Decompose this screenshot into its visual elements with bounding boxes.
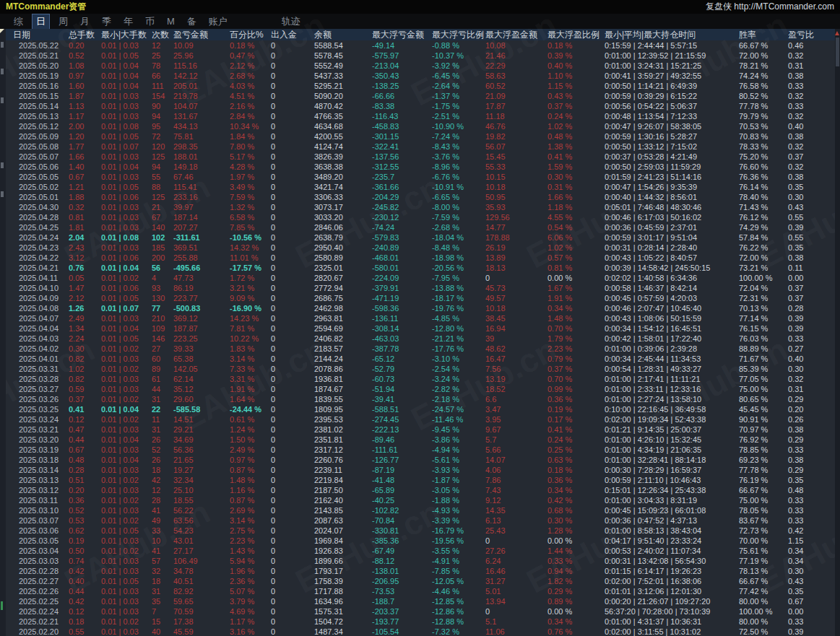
max-float-profit: 10.08	[485, 40, 547, 51]
tab-周[interactable]: 周	[55, 14, 72, 29]
table-row[interactable]: 2025.03.280.820.01 | 0.036162.143.31 %01…	[0, 374, 835, 384]
table-row[interactable]: 2025.03.120.200.01 | 0.031225.101.16 %02…	[0, 485, 835, 495]
table-row[interactable]: 2025.05.141.130.01 | 0.0390104.072.16 %0…	[0, 101, 835, 111]
table-row[interactable]: 2025.05.161.600.01 | 0.04111205.014.03 %…	[0, 81, 835, 91]
date: 2025.03.04	[6, 546, 69, 556]
table-row[interactable]: 2025.05.122.000.01 | 0.0895434.1310.34 %…	[0, 121, 835, 131]
brand-link[interactable]: 复盘侠 http://MTCommander.com	[706, 1, 834, 13]
table-row[interactable]: 2025.03.260.370.01 | 0.023129.601.64 %01…	[0, 394, 835, 404]
table-row[interactable]: 2025.03.110.360.01 | 0.022818.550.87 %02…	[0, 495, 835, 505]
table-row[interactable]: 2025.03.100.520.01 | 0.034156.222.69 %02…	[0, 505, 835, 515]
tab-账户[interactable]: 账户	[205, 14, 231, 29]
table-row[interactable]: 2025.05.151.870.01 | 0.03154219.784.51 %…	[0, 91, 835, 101]
table-row[interactable]: 2025.03.250.410.01 | 0.0422-585.58-24.44…	[0, 404, 835, 414]
table-row[interactable]: 2025.04.020.300.01 | 0.022739.331.83 %02…	[0, 344, 835, 354]
pnl-amount: 233.16	[173, 192, 230, 202]
column-header[interactable]: 总手数	[69, 29, 101, 40]
table-row[interactable]: 2025.03.180.480.01 | 0.042621.650.97 %02…	[0, 455, 835, 465]
table-row[interactable]: 2025.03.040.500.01 | 0.024127.171.43 %01…	[0, 546, 835, 556]
table-row[interactable]: 2025.02.280.420.01 | 0.033234.781.96 %01…	[0, 566, 835, 576]
pnl-amount: 29.60	[173, 394, 230, 404]
table-row[interactable]: 2025.04.280.810.01 | 0.0367187.146.58 %0…	[0, 212, 835, 222]
table-row[interactable]: 2025.03.130.510.01 | 0.024232.341.48 %02…	[0, 475, 835, 485]
table-row[interactable]: 2025.02.210.180.01 | 0.021517.381.17 %01…	[0, 617, 835, 627]
table-row[interactable]: 2025.05.201.080.01 | 0.0478115.162.12 %0…	[0, 61, 835, 71]
table-row[interactable]: 2025.03.311.020.01 | 0.0289142.057.33 %0…	[0, 364, 835, 374]
scroll-up-arrow-icon[interactable]	[835, 31, 839, 35]
tab-轨迹[interactable]: 轨迹	[278, 14, 304, 29]
table-row[interactable]: 2025.05.071.660.01 | 0.03125188.015.17 %…	[0, 152, 835, 162]
tab-M[interactable]: M	[163, 15, 178, 27]
table-row[interactable]: 2025.04.251.810.01 | 0.03140207.277.85 %…	[0, 222, 835, 232]
tab-季[interactable]: 季	[98, 14, 115, 29]
column-header[interactable]: 盈亏比	[788, 29, 835, 40]
column-header[interactable]: 余额	[314, 29, 372, 40]
column-header[interactable]: 最大浮盈金额	[485, 29, 547, 40]
table-row[interactable]: 2025.04.101.470.01 | 0.069386.193.21 %02…	[0, 283, 835, 293]
table-row[interactable]: 2025.02.260.440.01 | 0.033182.925.07 %01…	[0, 586, 835, 596]
table-row[interactable]: 2025.03.060.620.01 | 0.053354.232.75 %02…	[0, 526, 835, 536]
column-header[interactable]: 最大浮亏金额	[372, 29, 432, 40]
table-row[interactable]: 2025.03.070.530.01 | 0.024963.563.14 %02…	[0, 515, 835, 526]
table-row[interactable]: 2025.05.021.210.01 | 0.0588115.413.49 %0…	[0, 182, 835, 192]
table-row[interactable]: 2025.04.232.430.01 | 0.03185369.5114.32 …	[0, 243, 835, 253]
table-row[interactable]: 2025.03.190.670.01 | 0.035256.362.49 %02…	[0, 445, 835, 455]
table-row[interactable]: 2025.04.092.120.01 | 0.05130223.779.09 %…	[0, 293, 835, 303]
table-row[interactable]: 2025.04.223.120.01 | 0.06200255.8811.01 …	[0, 253, 835, 263]
table-row[interactable]: 2025.05.210.520.01 | 0.052525.960.47 %05…	[0, 51, 835, 61]
column-header[interactable]: 最大浮亏比例	[432, 29, 485, 40]
table-row[interactable]: 2025.04.010.820.01 | 0.036065.383.14 %02…	[0, 354, 835, 364]
table-row[interactable]: 2025.04.032.240.01 | 0.05146223.2510.22 …	[0, 334, 835, 344]
table-row[interactable]: 2025.05.081.770.01 | 0.07120298.357.80 %…	[0, 141, 835, 152]
table-row[interactable]: 2025.05.220.200.01 | 0.031210.090.18 %05…	[0, 40, 835, 51]
column-header[interactable]: 日期	[6, 29, 69, 40]
table-row[interactable]: 2025.02.240.120.01 | 0.03770.594.69 %015…	[0, 606, 835, 617]
max-float-profit-pct: 1.18 %	[547, 202, 605, 212]
tab-综[interactable]: 综	[10, 14, 27, 29]
column-header[interactable]: 次数	[152, 29, 173, 40]
table-row[interactable]: 2025.03.200.440.01 | 0.042634.691.50 %02…	[0, 435, 835, 445]
column-header[interactable]: 出入金	[271, 29, 314, 40]
table-row[interactable]: 2025.04.081.260.01 | 0.0777-500.83-16.90…	[0, 303, 835, 313]
scrollbar-thumb[interactable]	[836, 38, 839, 66]
tab-日[interactable]: 日	[32, 14, 50, 30]
vertical-scrollbar[interactable]	[835, 29, 840, 636]
table-row[interactable]: 2025.02.250.420.01 | 0.033559.653.79 %01…	[0, 596, 835, 606]
table-row[interactable]: 2025.04.072.490.01 | 0.03210369.1214.23 …	[0, 313, 835, 323]
table-row[interactable]: 2025.05.061.400.01 | 0.0494149.184.28 %0…	[0, 162, 835, 172]
table-row[interactable]: 2025.03.030.740.01 | 0.0357106.495.94 %0…	[0, 556, 835, 566]
table-row[interactable]: 2025.05.190.970.01 | 0.0466142.122.68 %0…	[0, 71, 835, 81]
table-row[interactable]: 2025.04.242.040.01 | 0.08102-311.61-10.5…	[0, 232, 835, 243]
total-lots: 0.52	[69, 51, 101, 61]
deposit-withdrawal: 0	[271, 617, 314, 627]
table-row[interactable]: 2025.03.140.280.01 | 0.031819.270.87 %02…	[0, 465, 835, 475]
column-header[interactable]: 最大浮盈比例	[547, 29, 605, 40]
table-row[interactable]: 2025.04.210.760.01 | 0.0456-495.66-17.57…	[0, 263, 835, 273]
tab-币[interactable]: 币	[142, 14, 158, 29]
table-row[interactable]: 2025.05.050.670.01 | 0.035567.461.97 %03…	[0, 172, 835, 182]
table-row[interactable]: 2025.02.270.400.01 | 0.051840.512.36 %01…	[0, 576, 835, 586]
pnl-percent: 14.32 %	[230, 243, 271, 253]
table-row[interactable]: 2025.04.110.050.01 | 0.02447.731.72 %028…	[0, 273, 835, 283]
column-header[interactable]: 最小|平均|最大持仓时间	[605, 29, 739, 40]
table-row[interactable]: 2025.03.270.590.01 | 0.034435.121.91 %01…	[0, 384, 835, 394]
column-header[interactable]: 百分比%	[230, 29, 271, 40]
table-row[interactable]: 2025.03.050.190.01 | 0.031043.012.23 %01…	[0, 536, 835, 546]
tab-备[interactable]: 备	[183, 14, 200, 29]
max-float-loss: -49.14	[372, 40, 432, 51]
table-row[interactable]: 2025.05.131.170.01 | 0.0394131.672.84 %0…	[0, 111, 835, 121]
tab-月[interactable]: 月	[77, 14, 93, 29]
table-row[interactable]: 2025.03.240.120.01 | 0.021114.510.61 %02…	[0, 414, 835, 424]
column-header[interactable]: 盈亏金额	[173, 29, 230, 40]
table-row[interactable]: 2025.02.200.550.01 | 0.034045.593.16 %01…	[0, 627, 835, 636]
tab-年[interactable]: 年	[120, 14, 137, 29]
column-header[interactable]: 胜率	[739, 29, 788, 40]
column-header[interactable]: 最小|大手数	[101, 29, 152, 40]
pnl-percent: 1.64 %	[230, 394, 271, 404]
table-row[interactable]: 2025.05.011.880.01 | 0.06125233.167.59 %…	[0, 192, 835, 202]
table-row[interactable]: 2025.04.300.320.01 | 0.032139.971.32 %03…	[0, 202, 835, 212]
table-row[interactable]: 2025.05.091.200.01 | 0.057275.811.84 %04…	[0, 131, 835, 141]
table-row[interactable]: 2025.03.210.470.01 | 0.033129.211.24 %02…	[0, 424, 835, 435]
table-row[interactable]: 2025.04.041.340.01 | 0.04109187.877.81 %…	[0, 323, 835, 334]
max-float-profit: 46.76	[485, 121, 547, 131]
